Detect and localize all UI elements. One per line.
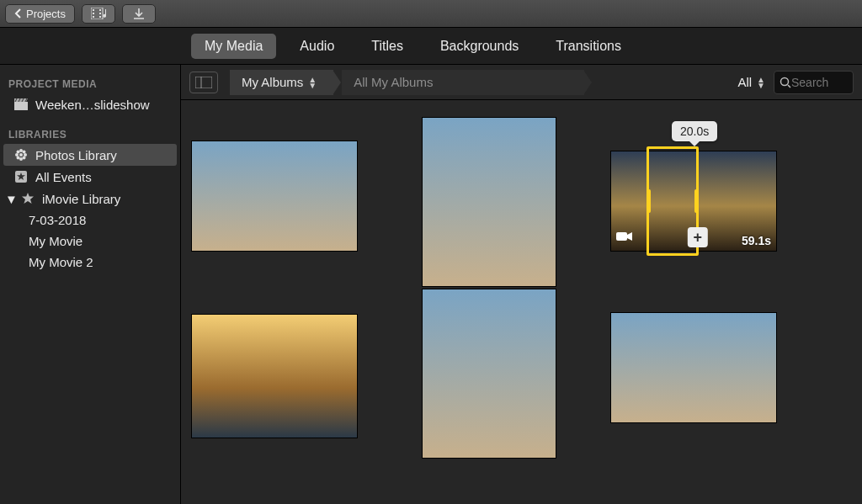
download-arrow-icon xyxy=(133,8,145,19)
svg-rect-7 xyxy=(14,102,28,110)
star-icon xyxy=(13,169,29,184)
svg-rect-22 xyxy=(616,232,627,241)
media-thumbnail-photo[interactable] xyxy=(191,141,358,252)
tab-my-media[interactable]: My Media xyxy=(191,34,276,59)
tab-audio[interactable]: Audio xyxy=(286,34,348,59)
search-input[interactable] xyxy=(791,76,842,89)
selection-duration-tooltip: 20.0s xyxy=(672,121,717,141)
sidebar: PROJECT MEDIA Weeken…slideshow LIBRARIES… xyxy=(0,65,181,504)
svg-point-11 xyxy=(15,153,19,157)
sidebar-project-label: Weeken…slideshow xyxy=(35,98,150,112)
breadcrumb-my-albums[interactable]: My Albums ▲▼ xyxy=(230,70,333,95)
back-label: Projects xyxy=(26,8,66,20)
svg-point-10 xyxy=(19,157,23,161)
disclosure-triangle-icon[interactable]: ▼ xyxy=(5,192,13,206)
sidebar-event-2[interactable]: My Movie 2 xyxy=(0,252,180,273)
clapperboard-icon xyxy=(13,97,29,112)
media-view-button[interactable] xyxy=(82,4,115,24)
tab-titles[interactable]: Titles xyxy=(358,34,417,59)
sidebar-layout-icon xyxy=(195,77,212,88)
svg-rect-5 xyxy=(99,13,101,14)
media-tabs: My Media Audio Titles Backgrounds Transi… xyxy=(0,28,862,65)
media-thumbnail-photo[interactable] xyxy=(422,117,556,287)
svg-line-21 xyxy=(788,85,790,88)
svg-rect-6 xyxy=(99,16,101,18)
content-area: My Albums ▲▼ All My Albums All ▲▼ 20.0s xyxy=(181,65,862,504)
media-grid: 20.0s + 59.1s xyxy=(181,100,862,504)
import-button[interactable] xyxy=(122,4,156,24)
star-icon xyxy=(20,191,35,206)
sidebar-project-item[interactable]: Weeken…slideshow xyxy=(0,93,180,115)
filter-bar: My Albums ▲▼ All My Albums All ▲▼ xyxy=(181,65,862,100)
svg-point-14 xyxy=(23,151,26,154)
sidebar-all-events-label: All Events xyxy=(35,170,92,184)
filter-all-dropdown[interactable]: All ▲▼ xyxy=(737,75,765,89)
back-to-projects-button[interactable]: Projects xyxy=(5,4,75,24)
sidebar-all-events[interactable]: All Events xyxy=(0,166,180,188)
sidebar-event-1[interactable]: My Movie xyxy=(0,231,180,252)
media-thumbnail-video[interactable]: 20.0s + 59.1s xyxy=(610,151,777,252)
svg-rect-4 xyxy=(99,9,101,11)
flower-icon xyxy=(13,147,29,162)
filmstrip-music-icon xyxy=(91,8,106,19)
tab-backgrounds[interactable]: Backgrounds xyxy=(427,34,532,59)
svg-point-8 xyxy=(19,153,23,157)
search-icon xyxy=(780,77,791,88)
sidebar-imovie-label: iMovie Library xyxy=(42,192,120,206)
top-toolbar: Projects xyxy=(0,0,862,28)
sort-arrows-icon: ▲▼ xyxy=(308,77,317,88)
sidebar-photos-label: Photos Library xyxy=(35,148,117,162)
svg-point-9 xyxy=(19,149,23,152)
sidebar-header-libraries: LIBRARIES xyxy=(0,124,180,144)
layout-toggle-button[interactable] xyxy=(189,72,218,93)
svg-rect-2 xyxy=(93,13,94,14)
sidebar-photos-library[interactable]: Photos Library xyxy=(3,144,177,166)
chevron-left-icon xyxy=(14,8,21,19)
search-box[interactable] xyxy=(774,71,854,94)
svg-point-20 xyxy=(781,77,789,85)
svg-point-13 xyxy=(17,151,20,154)
tab-transitions[interactable]: Transitions xyxy=(542,34,635,59)
sidebar-event-0[interactable]: 7-03-2018 xyxy=(0,210,180,231)
svg-point-12 xyxy=(24,153,27,157)
sidebar-header-project-media: PROJECT MEDIA xyxy=(0,73,180,93)
svg-point-16 xyxy=(23,157,26,160)
media-thumbnail-photo[interactable] xyxy=(422,289,556,459)
clip-duration-label: 59.1s xyxy=(742,234,771,247)
svg-rect-3 xyxy=(93,16,94,18)
video-camera-icon xyxy=(616,231,633,246)
svg-point-15 xyxy=(17,157,20,160)
sidebar-imovie-library[interactable]: ▼ iMovie Library xyxy=(0,188,180,210)
breadcrumb-all-my-albums[interactable]: All My Albums xyxy=(342,70,584,95)
sort-arrows-icon: ▲▼ xyxy=(757,77,765,88)
svg-rect-18 xyxy=(195,77,212,88)
media-thumbnail-photo[interactable] xyxy=(610,312,777,423)
media-thumbnail-photo[interactable] xyxy=(191,314,358,438)
svg-rect-1 xyxy=(93,9,94,11)
add-clip-button[interactable]: + xyxy=(688,227,708,247)
